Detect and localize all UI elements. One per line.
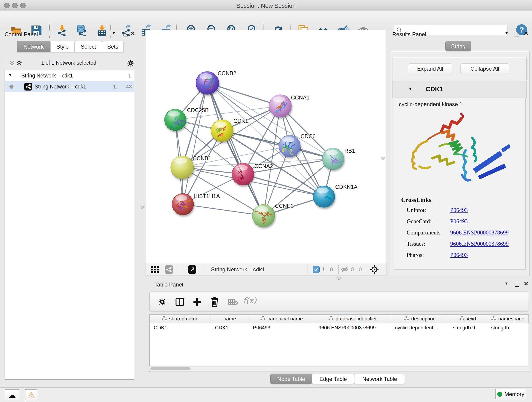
- table-cell: CDK1: [211, 323, 249, 332]
- crosslink-label: Uniprot:: [407, 207, 426, 213]
- function-builder-icon[interactable]: f(x): [243, 296, 256, 305]
- crosslink-value-link[interactable]: P06493: [450, 218, 468, 225]
- network-node-CCNA2[interactable]: [232, 163, 254, 185]
- network-node-CCNB1[interactable]: [171, 156, 194, 179]
- detach-view-icon[interactable]: [188, 265, 196, 274]
- tab-sets[interactable]: Sets: [102, 41, 123, 52]
- node-label-RB1: RB1: [344, 148, 355, 154]
- network-node-HIST1H1A[interactable]: [172, 193, 194, 215]
- results-panel-menu-icon[interactable]: ▼: [505, 31, 508, 35]
- delete-column-icon[interactable]: [210, 297, 219, 307]
- network-node-CCNE1[interactable]: [252, 204, 275, 227]
- bottom-splitter-handle[interactable]: [337, 277, 341, 280]
- gear-icon[interactable]: [127, 59, 134, 67]
- column-header-database-identifier[interactable]: database identifier: [314, 315, 391, 323]
- hierarchy-icon: [491, 316, 496, 322]
- network-node-CDK1[interactable]: [211, 120, 233, 142]
- protein-section-header[interactable]: ▼ CDK1: [392, 81, 526, 98]
- network-node-CCNB2[interactable]: [196, 71, 219, 95]
- results-panel-float-icon[interactable]: [515, 32, 519, 36]
- collection-expander-icon[interactable]: ▼: [8, 73, 12, 77]
- cloud-button[interactable]: ☁: [5, 389, 19, 400]
- protein-section-body: cyclin-dependent kinase 1: [394, 98, 526, 269]
- scrollbar-thumb[interactable]: [150, 367, 191, 370]
- control-panel-float-icon[interactable]: [123, 32, 128, 36]
- expand-all-button[interactable]: Expand All: [408, 64, 452, 74]
- collapse-all-icon[interactable]: [9, 60, 15, 66]
- memory-status-dot: [497, 392, 502, 397]
- table-panel-float-icon[interactable]: [515, 282, 519, 287]
- collapse-all-button[interactable]: Collapse All: [461, 64, 509, 74]
- network-canvas[interactable]: CCNB2CCNA1CDC25BCDK1CDC6RB1CCNB1CCNA2CDK…: [145, 30, 387, 263]
- control-panel-close-icon[interactable]: ✕: [130, 30, 135, 37]
- network-node-CDC25B[interactable]: [165, 109, 186, 131]
- column-header-namespace[interactable]: namespace: [487, 315, 529, 323]
- hierarchy-icon: [460, 316, 465, 322]
- tab-network-table[interactable]: Network Table: [354, 374, 405, 384]
- collection-count: 1: [128, 73, 131, 79]
- crosslink-value-link[interactable]: 9606.ENSP00000378699: [450, 230, 509, 236]
- column-header-name[interactable]: name: [211, 315, 249, 323]
- crosslink-value-link[interactable]: P06493: [450, 252, 468, 258]
- collection-name: String Network – cdk1: [21, 73, 73, 79]
- table-panel-menu-icon[interactable]: ▼: [505, 281, 508, 286]
- crosslink-label: Compartments:: [407, 230, 442, 236]
- grid-view-icon[interactable]: [151, 266, 159, 274]
- network-row[interactable]: String Network – cdk1 11 48: [5, 81, 134, 92]
- birds-eye-icon[interactable]: [370, 265, 379, 274]
- table-cell: 9606.ENSP00000378699: [314, 323, 391, 332]
- protein-expander-icon[interactable]: ▼: [408, 86, 412, 91]
- crosslink-row: Pharos:P06493: [394, 250, 526, 261]
- table-cell: cyclin-dependent ...: [391, 323, 449, 332]
- network-share-view-icon[interactable]: [165, 265, 173, 274]
- control-panel-menu-icon[interactable]: ▼: [112, 31, 116, 35]
- table-row[interactable]: CDK1CDK1P064939606.ENSP00000378699cyclin…: [150, 323, 529, 332]
- control-panel-title: Control Panel: [5, 31, 38, 38]
- separator: [180, 265, 180, 274]
- column-header-shared-name[interactable]: shared name: [150, 315, 211, 323]
- table-horizontal-scrollbar[interactable]: [149, 366, 528, 371]
- node-table[interactable]: shared namenamecanonical namedatabase id…: [149, 314, 529, 372]
- tab-string[interactable]: String: [445, 41, 471, 51]
- expand-all-icon[interactable]: [16, 60, 22, 66]
- network-node-CDKN1A[interactable]: [313, 186, 335, 207]
- results-panel-close-icon[interactable]: ✕: [524, 30, 528, 37]
- network-node-RB1[interactable]: [322, 148, 344, 170]
- network-node-count: 11: [113, 84, 119, 90]
- tab-edge-table[interactable]: Edge Table: [312, 374, 354, 384]
- selected-checkbox-icon[interactable]: [313, 266, 320, 273]
- memory-button[interactable]: Memory: [495, 389, 526, 399]
- network-collection-row[interactable]: ▼ String Network – cdk1 1: [5, 70, 134, 81]
- memory-label: Memory: [505, 391, 525, 397]
- table-panel-close-icon[interactable]: ✕: [524, 281, 528, 287]
- table-gear-icon[interactable]: [158, 298, 167, 306]
- crosslink-value-link[interactable]: P06493: [450, 207, 468, 213]
- column-header--id[interactable]: @id: [449, 315, 487, 323]
- column-header-canonical-name[interactable]: canonical name: [249, 315, 314, 323]
- tab-select[interactable]: Select: [75, 41, 102, 52]
- delete-table-icon[interactable]: [228, 299, 238, 306]
- warnings-button[interactable]: ⚠: [25, 389, 37, 400]
- network-node-CDC6[interactable]: [279, 135, 300, 157]
- show-columns-icon[interactable]: [175, 297, 184, 306]
- tab-network[interactable]: Network: [17, 41, 51, 52]
- separator: [204, 265, 204, 274]
- column-header-description[interactable]: description: [391, 315, 449, 323]
- network-graph[interactable]: CCNB2CCNA1CDC25BCDK1CDC6RB1CCNB1CCNA2CDK…: [146, 30, 386, 263]
- protein-name: CDK1: [426, 85, 443, 93]
- hidden-node-edge-counts: 0 - 0: [351, 266, 362, 273]
- tab-style[interactable]: Style: [51, 41, 75, 52]
- crosslink-value-link[interactable]: 9606.ENSP00000378699: [450, 241, 509, 247]
- crosslink-label: Pharos:: [407, 252, 424, 258]
- right-splitter-handle[interactable]: [381, 157, 385, 160]
- hierarchy-icon: [404, 316, 409, 322]
- tab-node-table[interactable]: Node Table: [270, 374, 312, 384]
- main-toolbar: ?: [0, 11, 532, 30]
- left-splitter-handle[interactable]: [140, 206, 144, 209]
- network-node-CCNA1[interactable]: [269, 95, 291, 117]
- network-view-title: String Network – cdk1: [211, 266, 265, 273]
- table-panel-title: Table Panel: [154, 281, 183, 288]
- create-column-icon[interactable]: [193, 297, 202, 306]
- network-view-toolbar: String Network – cdk1 1 - 0 0 - 0: [145, 263, 387, 275]
- hidden-eye-icon[interactable]: [341, 266, 348, 273]
